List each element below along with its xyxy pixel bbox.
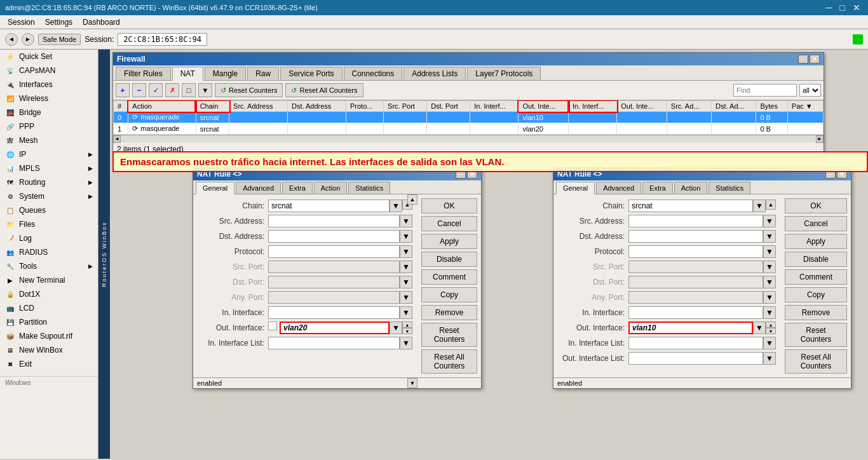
- menu-dashboard[interactable]: Dashboard: [78, 17, 125, 28]
- sidebar-item-mpls[interactable]: 📊 MPLS ▶: [0, 161, 98, 175]
- disable-button-right[interactable]: Disable: [785, 252, 847, 267]
- cancel-button-left[interactable]: Cancel: [421, 216, 477, 231]
- chain-input-right[interactable]: [628, 200, 753, 212]
- sidebar-item-files[interactable]: 📁 Files: [0, 217, 98, 231]
- tab-action-left[interactable]: Action: [314, 182, 348, 194]
- tab-statistics-right[interactable]: Statistics: [709, 182, 750, 194]
- comment-button-left[interactable]: Comment: [421, 269, 477, 285]
- comment-button-right[interactable]: Comment: [785, 269, 847, 285]
- out-interface-list-input-right[interactable]: [628, 352, 763, 365]
- reset-all-counters-button[interactable]: ↺ Reset All Counters: [285, 83, 363, 97]
- dst-address-input-left[interactable]: [268, 230, 400, 243]
- apply-button-right[interactable]: Apply: [785, 234, 847, 249]
- out-interface-checkbox-left[interactable]: [268, 321, 277, 330]
- safe-mode-button[interactable]: Safe Mode: [38, 34, 81, 45]
- tab-action-right[interactable]: Action: [674, 182, 708, 194]
- tab-statistics-left[interactable]: Statistics: [348, 182, 390, 194]
- dst-port-input-right[interactable]: [628, 276, 763, 288]
- check-rule-button[interactable]: ✓: [149, 83, 163, 97]
- reset-counters-button-right[interactable]: Reset Counters: [785, 323, 847, 347]
- tab-filter-rules[interactable]: Filter Rules: [116, 67, 171, 80]
- vscroll-down-left[interactable]: ▼: [407, 378, 417, 388]
- out-interface-input-left[interactable]: [280, 321, 390, 334]
- remove-button-left[interactable]: Remove: [421, 305, 477, 320]
- copy-button-right[interactable]: Copy: [785, 287, 847, 302]
- x-rule-button[interactable]: ✗: [165, 83, 179, 97]
- sidebar-item-radius[interactable]: 👥 RADIUS: [0, 245, 98, 259]
- tab-raw[interactable]: Raw: [247, 67, 279, 80]
- tab-address-lists[interactable]: Address Lists: [403, 67, 466, 80]
- protocol-dropdown-right[interactable]: ▼: [763, 245, 776, 258]
- sidebar-item-exit[interactable]: ✖ Exit: [0, 357, 98, 371]
- any-port-dropdown-right[interactable]: ▼: [763, 291, 776, 304]
- tab-connections[interactable]: Connections: [344, 67, 403, 80]
- dst-address-input-right[interactable]: [628, 230, 763, 243]
- out-interface-input-right[interactable]: [628, 321, 753, 334]
- chain-dropdown-left[interactable]: ▼: [390, 200, 402, 212]
- out-interface-dropdown-right[interactable]: ▼: [753, 321, 766, 334]
- in-interface-input-right[interactable]: [628, 306, 763, 319]
- maximize-button[interactable]: □: [837, 3, 848, 13]
- firewall-maximize-btn[interactable]: □: [798, 55, 808, 64]
- sidebar-item-log[interactable]: 📝 Log: [0, 231, 98, 245]
- sidebar-item-ppp[interactable]: 🔗 PPP: [0, 119, 98, 133]
- dst-port-dropdown-right[interactable]: ▼: [763, 276, 776, 288]
- reset-all-counters-button-right[interactable]: Reset All Counters: [785, 349, 847, 374]
- sidebar-item-quick-set[interactable]: ⚡ Quick Set: [0, 50, 98, 64]
- disable-button-left[interactable]: Disable: [421, 252, 477, 267]
- firewall-close-btn[interactable]: ✕: [810, 55, 820, 64]
- dst-address-dropdown-right[interactable]: ▼: [763, 230, 776, 243]
- sidebar-item-mesh[interactable]: 🕸 Mesh: [0, 133, 98, 147]
- remove-button-right[interactable]: Remove: [785, 305, 847, 320]
- any-port-input-left[interactable]: [268, 291, 400, 304]
- table-row[interactable]: 1 ⟳masquerade srcnat vlan20: [114, 123, 824, 135]
- sidebar-item-interfaces[interactable]: 🔌 Interfaces: [0, 78, 98, 91]
- tab-advanced-right[interactable]: Advanced: [596, 182, 641, 194]
- tab-general-left[interactable]: General: [196, 182, 234, 194]
- protocol-input-left[interactable]: [268, 245, 400, 258]
- back-button[interactable]: ◄: [5, 33, 18, 46]
- sidebar-item-new-terminal[interactable]: ▶ New Terminal: [0, 273, 98, 287]
- in-interface-input-left[interactable]: [268, 306, 400, 319]
- sidebar-item-partition[interactable]: 💾 Partition: [0, 315, 98, 329]
- src-port-dropdown-right[interactable]: ▼: [763, 260, 776, 273]
- in-interface-list-input-left[interactable]: [268, 337, 400, 349]
- tab-layer7[interactable]: Layer7 Protocols: [467, 67, 541, 80]
- apply-button-left[interactable]: Apply: [421, 234, 477, 249]
- tab-mangle[interactable]: Mangle: [205, 67, 246, 80]
- cancel-button-right[interactable]: Cancel: [785, 216, 847, 231]
- tab-extra-left[interactable]: Extra: [282, 182, 313, 194]
- reset-all-counters-button-left[interactable]: Reset All Counters: [421, 349, 477, 374]
- menu-session[interactable]: Session: [3, 17, 40, 28]
- copy-button-left[interactable]: Copy: [421, 287, 477, 302]
- menu-settings[interactable]: Settings: [40, 17, 78, 28]
- out-interface-dropdown-left[interactable]: ▼: [390, 321, 402, 334]
- table-row[interactable]: 0 ⟳masquerade srcnat vlan10: [114, 112, 824, 123]
- ok-button-left[interactable]: OK: [421, 198, 477, 213]
- out-interface-list-dropdown-right[interactable]: ▼: [763, 352, 776, 365]
- sidebar-item-dot1x[interactable]: 🔒 Dot1X: [0, 287, 98, 301]
- scroll-right[interactable]: ►: [816, 135, 824, 143]
- src-port-input-right[interactable]: [628, 260, 763, 273]
- sidebar-item-tools[interactable]: 🔧 Tools ▶: [0, 259, 98, 273]
- sidebar-item-make-supout[interactable]: 📦 Make Supout.rif: [0, 329, 98, 343]
- sidebar-item-system[interactable]: ⚙ System ▶: [0, 189, 98, 203]
- sidebar-item-capsman[interactable]: 📡 CAPsMAN: [0, 64, 98, 78]
- protocol-input-right[interactable]: [628, 245, 763, 258]
- in-interface-dropdown-right[interactable]: ▼: [763, 306, 776, 319]
- src-address-input-right[interactable]: [628, 215, 763, 227]
- tab-extra-right[interactable]: Extra: [642, 182, 673, 194]
- chain-scroll-up-right[interactable]: ▲: [766, 200, 776, 210]
- forward-button[interactable]: ►: [22, 33, 34, 46]
- ok-button-right[interactable]: OK: [785, 198, 847, 213]
- src-address-dropdown-right[interactable]: ▼: [763, 215, 776, 227]
- src-port-input-left[interactable]: [268, 260, 400, 273]
- src-address-input-left[interactable]: [268, 215, 400, 227]
- sidebar-item-queues[interactable]: 📋 Queues: [0, 203, 98, 217]
- filter-button[interactable]: ▼: [198, 83, 212, 97]
- scroll-left[interactable]: ◄: [113, 135, 121, 143]
- remove-rule-button[interactable]: −: [132, 83, 146, 97]
- dst-port-input-left[interactable]: [268, 276, 400, 288]
- find-input[interactable]: [733, 84, 797, 97]
- reset-counters-button-left[interactable]: Reset Counters: [421, 323, 477, 347]
